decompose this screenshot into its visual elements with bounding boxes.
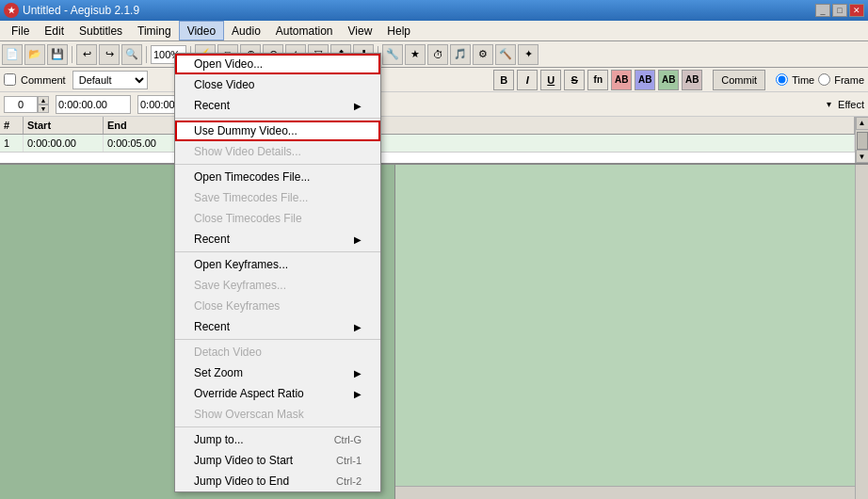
menu-help[interactable]: Help <box>379 21 418 40</box>
menu-view[interactable]: View <box>341 21 380 40</box>
menu-automation[interactable]: Automation <box>268 21 341 40</box>
menu-open-video[interactable]: Open Video... <box>175 54 380 74</box>
tb-btn9[interactable]: 🔧 <box>382 44 403 65</box>
scroll-thumb[interactable] <box>857 132 868 151</box>
style-select[interactable]: Default <box>72 71 148 89</box>
scroll-up[interactable]: ▲ <box>856 117 869 130</box>
format-fn[interactable]: fn <box>587 70 608 90</box>
menu-show-details: Show Video Details... <box>175 141 380 162</box>
menu-set-zoom[interactable]: Set Zoom ▶ <box>175 362 380 383</box>
spin-up[interactable]: ▲ <box>38 96 49 105</box>
comment-checkbox[interactable] <box>4 73 16 86</box>
undo-button[interactable]: ↩ <box>76 44 97 65</box>
redo-button[interactable]: ↪ <box>99 44 120 65</box>
time-label: Time <box>792 74 814 86</box>
format-ab1[interactable]: AB <box>611 70 632 90</box>
menu-timing[interactable]: Timing <box>130 21 179 40</box>
sep5 <box>175 427 380 427</box>
format-italic[interactable]: I <box>517 70 538 90</box>
title-bar: ★ Untitled - Aegisub 2.1.9 _ □ ✕ <box>0 0 868 21</box>
menu-recent-3[interactable]: Recent ▶ <box>175 316 380 337</box>
tb-btn10[interactable]: ★ <box>405 44 426 65</box>
cell-start: 0:00:00.00 <box>24 135 104 152</box>
spin-down[interactable]: ▼ <box>38 105 49 113</box>
row-number-input[interactable] <box>4 96 38 113</box>
maximize-button[interactable]: □ <box>832 4 847 17</box>
menu-video[interactable]: Video <box>179 21 224 40</box>
close-button[interactable]: ✕ <box>849 4 864 17</box>
open-timecodes-label: Open Timecodes File... <box>194 170 310 184</box>
menu-jump-to[interactable]: Jump to... Ctrl-G <box>175 429 380 450</box>
menu-save-timecodes: Save Timecodes File... <box>175 187 380 208</box>
recent-2-arrow: ▶ <box>354 234 362 245</box>
menu-close-keyframes: Close Keyframes <box>175 296 380 316</box>
format-strikethrough[interactable]: S <box>564 70 585 90</box>
sep2 <box>175 164 380 165</box>
new-button[interactable]: 📄 <box>2 44 23 65</box>
menu-edit[interactable]: Edit <box>37 21 72 40</box>
format-bold[interactable]: B <box>493 70 514 90</box>
jump-start-shortcut: Ctrl-1 <box>336 455 362 466</box>
start-time-input[interactable] <box>56 95 131 114</box>
frame-radio[interactable] <box>818 73 830 86</box>
bottom-panels <box>0 164 868 499</box>
time-radio[interactable] <box>776 73 788 86</box>
tb-btn13[interactable]: ⚙ <box>473 44 493 65</box>
close-timecodes-label: Close Timecodes File <box>194 212 302 225</box>
menu-subtitles[interactable]: Subtitles <box>72 21 130 40</box>
use-dummy-label: Use Dummy Video... <box>194 124 297 137</box>
tb-btn12[interactable]: 🎵 <box>450 44 471 65</box>
save-button[interactable]: 💾 <box>47 44 68 65</box>
find-button[interactable]: 🔍 <box>121 44 142 65</box>
tb-btn11[interactable]: ⏱ <box>427 44 448 65</box>
format-ab3[interactable]: AB <box>658 70 679 90</box>
jump-to-shortcut: Ctrl-G <box>334 434 362 445</box>
show-overscan-label: Show Overscan Mask <box>194 408 304 421</box>
effect-dropdown-arrow: ▾ <box>827 99 831 109</box>
tb-btn15[interactable]: ✦ <box>518 44 538 65</box>
menu-open-keyframes[interactable]: Open Keyframes... <box>175 254 380 275</box>
menu-use-dummy[interactable]: Use Dummy Video... <box>175 121 380 141</box>
row-number-spin[interactable]: ▲ ▼ <box>4 96 49 113</box>
format-underline[interactable]: U <box>540 70 561 90</box>
format-ab2[interactable]: AB <box>635 70 655 90</box>
close-video-label: Close Video <box>194 78 255 91</box>
cell-end: 0:00:05.00 <box>104 135 184 152</box>
frame-label: Frame <box>834 74 864 86</box>
subtitle-edit-row2: ▲ ▼ ▾ Effect <box>0 92 868 117</box>
cell-num: 1 <box>0 135 24 152</box>
table-row[interactable]: 1 0:00:00.00 0:00:05.00 Defau <box>0 135 855 153</box>
menu-recent-2[interactable]: Recent ▶ <box>175 229 380 250</box>
menu-override-aspect[interactable]: Override Aspect Ratio ▶ <box>175 383 380 404</box>
sep4 <box>175 339 380 340</box>
menu-close-timecodes: Close Timecodes File <box>175 208 380 229</box>
format-ab4[interactable]: AB <box>682 70 702 90</box>
menu-jump-end[interactable]: Jump Video to End Ctrl-2 <box>175 471 380 491</box>
menu-audio[interactable]: Audio <box>224 21 268 40</box>
scroll-down[interactable]: ▼ <box>856 150 869 163</box>
audio-scrollbar-v[interactable] <box>855 165 868 499</box>
menu-open-timecodes[interactable]: Open Timecodes File... <box>175 167 380 187</box>
table-container: # Start End Style 1 0:00:00.00 0:00:05.0… <box>0 117 855 163</box>
open-button[interactable]: 📂 <box>24 44 45 65</box>
comment-label: Comment <box>21 74 66 86</box>
table-scrollbar[interactable]: ▲ ▼ <box>855 117 868 163</box>
tb-btn14[interactable]: 🔨 <box>495 44 516 65</box>
detach-video-label: Detach Video <box>194 346 262 359</box>
menu-detach-video: Detach Video <box>175 342 380 362</box>
menu-jump-start[interactable]: Jump Video to Start Ctrl-1 <box>175 450 380 471</box>
audio-scrollbar-h[interactable] <box>395 486 855 499</box>
window-title: Untitled - Aegisub 2.1.9 <box>23 4 139 17</box>
menu-close-video[interactable]: Close Video <box>175 74 380 95</box>
open-video-label: Open Video... <box>194 57 263 71</box>
menu-file[interactable]: File <box>4 21 37 40</box>
col-end: End <box>104 117 184 134</box>
recent-3-arrow: ▶ <box>354 322 362 332</box>
minimize-button[interactable]: _ <box>815 4 830 17</box>
commit-button[interactable]: Commit <box>713 70 765 90</box>
jump-end-shortcut: Ctrl-2 <box>336 475 362 487</box>
recent-3-label: Recent <box>194 320 230 333</box>
menu-bar: File Edit Subtitles Timing Video Audio A… <box>0 21 868 41</box>
menu-recent-1[interactable]: Recent ▶ <box>175 95 380 116</box>
override-aspect-label: Override Aspect Ratio <box>194 387 304 400</box>
